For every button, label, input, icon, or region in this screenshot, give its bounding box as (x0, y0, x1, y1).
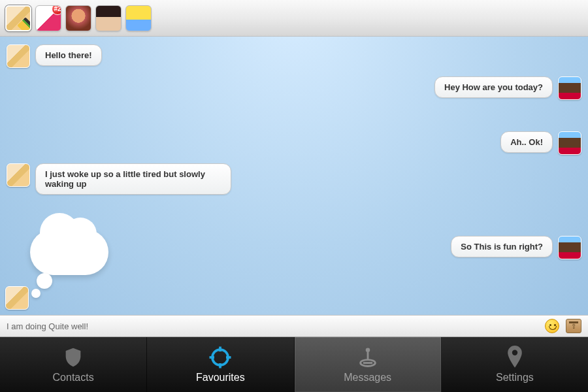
svg-rect-6 (367, 352, 368, 359)
message-bubble: Ah.. Ok! (500, 131, 553, 153)
tab-label: Messages (344, 372, 391, 384)
svg-point-9 (512, 350, 517, 355)
sender-avatar[interactable] (7, 44, 30, 68)
sender-avatar[interactable] (558, 131, 581, 155)
message-row: Ah.. Ok! (7, 131, 581, 155)
message-input[interactable] (7, 321, 538, 331)
typing-avatar[interactable] (5, 286, 29, 310)
pin-icon (503, 346, 527, 369)
sender-avatar[interactable] (558, 236, 581, 259)
sender-avatar[interactable] (7, 163, 30, 187)
contact-avatar-1[interactable] (5, 5, 31, 31)
thought-cloud-icon (37, 273, 52, 289)
tab-label: Favourites (196, 372, 245, 384)
svg-point-0 (212, 350, 228, 365)
shield-icon (61, 346, 85, 369)
edit-pencil-icon (17, 17, 31, 31)
message-bubble: I just woke up so a little tired but slo… (35, 163, 231, 195)
tab-messages[interactable]: Messages (295, 337, 442, 392)
tab-contacts[interactable]: Contacts (0, 337, 147, 392)
tab-label: Contacts (53, 372, 94, 384)
message-row: Hey How are you today? (7, 76, 581, 100)
notification-badge: #2 (52, 5, 61, 15)
tab-settings[interactable]: Settings (442, 337, 588, 392)
message-row: Hello there! (7, 44, 581, 68)
typing-indicator (4, 213, 135, 311)
box-upload-icon[interactable] (566, 319, 581, 333)
contact-avatar-3[interactable] (65, 5, 91, 31)
thought-cloud-icon (31, 289, 41, 298)
contact-avatar-bar: #2 (0, 0, 588, 37)
tab-label: Settings (496, 372, 534, 384)
svg-point-5 (365, 348, 370, 352)
message-bubble: So This is fun right? (451, 236, 553, 257)
message-input-bar (0, 315, 588, 337)
target-icon (208, 346, 232, 369)
sender-avatar[interactable] (558, 76, 581, 100)
message-row: I just woke up so a little tired but slo… (7, 163, 581, 195)
contact-avatar-5[interactable] (125, 5, 152, 31)
bottom-tab-bar: Contacts Favourites Messages Settings (0, 337, 588, 392)
smiley-icon[interactable] (545, 319, 559, 333)
contact-avatar-4[interactable] (95, 5, 122, 31)
message-bubble: Hey How are you today? (434, 76, 553, 98)
joystick-icon (356, 346, 380, 369)
chat-thread[interactable]: Hello there! Hey How are you today? Ah..… (0, 37, 588, 315)
tab-favourites[interactable]: Favourites (147, 337, 294, 392)
thought-cloud-icon (30, 229, 108, 275)
message-bubble: Hello there! (35, 44, 102, 66)
contact-avatar-2[interactable]: #2 (35, 5, 61, 31)
